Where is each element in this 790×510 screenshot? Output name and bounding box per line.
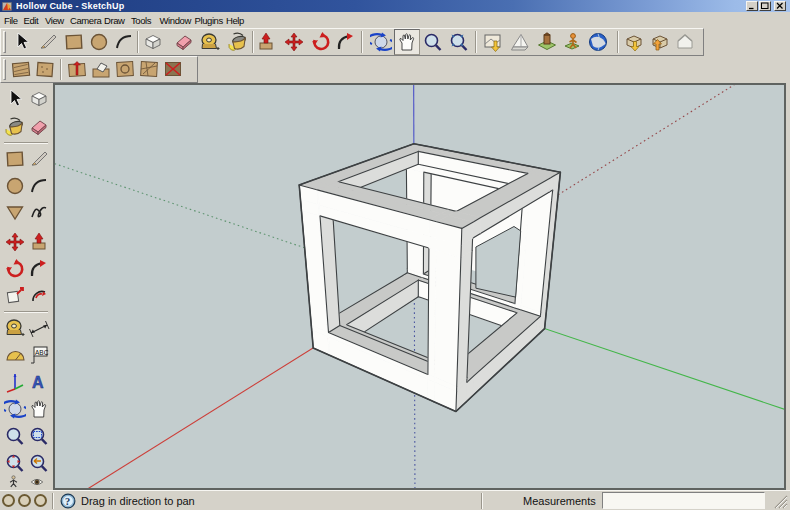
svg-text:ABC: ABC <box>35 348 49 355</box>
svg-text:A: A <box>32 374 44 391</box>
svg-text:?: ? <box>65 496 70 507</box>
